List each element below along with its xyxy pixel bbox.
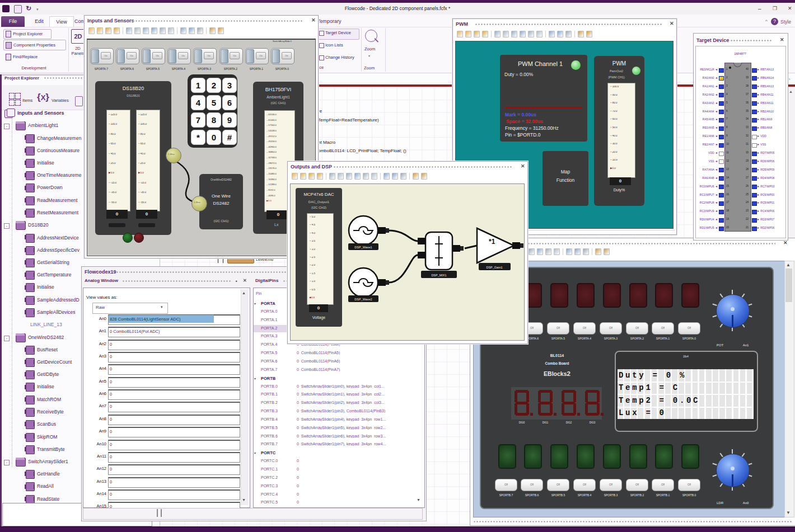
- svg-text:DSP_Wave2: DSP_Wave2: [354, 298, 372, 301]
- svg-text:DSP_MIX1: DSP_MIX1: [431, 274, 446, 277]
- svg-text:*1: *1: [489, 238, 495, 246]
- svg-text:DSP_Wave1: DSP_Wave1: [354, 246, 372, 249]
- svg-text:DSP_Gain1: DSP_Gain1: [486, 266, 502, 269]
